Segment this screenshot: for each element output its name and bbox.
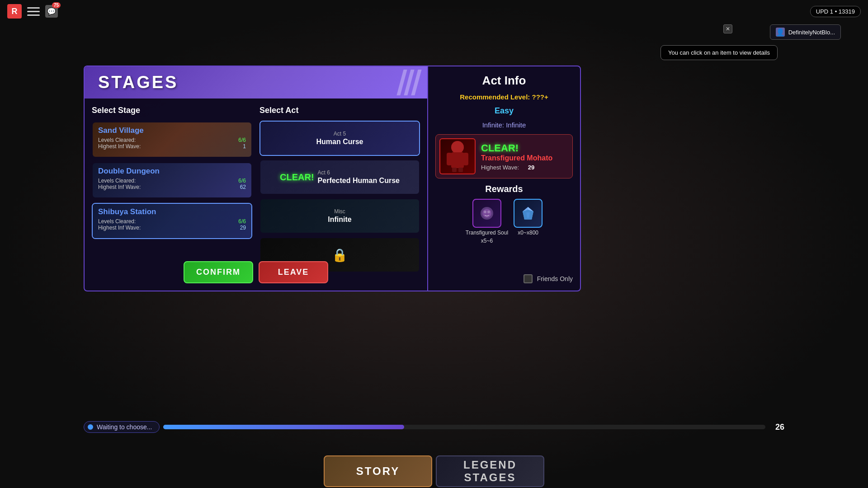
enemy-name: Transfigured Mohato [481, 154, 569, 162]
stage-item-sand-village[interactable]: Sand Village Levels Cleared: 6/6 Highest… [92, 122, 252, 158]
hamburger-button[interactable] [27, 5, 40, 18]
act-5-number: Act 5 [334, 131, 346, 137]
enemy-silhouette [444, 141, 471, 172]
stage-item-double-dungeon[interactable]: Double Dungeon Levels Cleared: 6/6 Highe… [92, 162, 252, 198]
act-item-misc[interactable]: Misc Infinite [259, 198, 420, 234]
highest-wave-dungeon: 62 [240, 184, 246, 190]
svg-rect-1 [451, 152, 464, 168]
top-bar: R 💬 75 UPD 1 • 13319 [0, 0, 868, 23]
close-button[interactable]: ✕ [723, 24, 732, 33]
act-6-text: Act 6 Perfected Human Curse [318, 169, 400, 185]
act-item-locked[interactable]: 🔒 [259, 237, 420, 272]
stage-content-shibuya: Shibuya Station Levels Cleared: 6/6 High… [93, 204, 251, 235]
top-right-controls: UPD 1 • 13319 [810, 6, 861, 17]
story-tab-button[interactable]: STORY [324, 455, 432, 487]
user-icon: 👤 [776, 28, 785, 37]
highest-wave-label-shibuya: Highest Inf Wave: [98, 225, 141, 231]
chat-button[interactable]: 💬 75 [45, 5, 58, 18]
stage-content-sand: Sand Village Levels Cleared: 6/6 Highest… [93, 122, 251, 153]
act-info-type: Infinite: Infinite [435, 121, 573, 129]
enemy-row: CLEAR! Transfigured Mohato Highest Wave:… [435, 134, 573, 178]
levels-cleared-dungeon: 6/6 [238, 178, 246, 184]
stage-stat-sand-levels: Levels Cleared: 6/6 [98, 137, 246, 143]
svg-point-8 [484, 211, 486, 213]
progress-bar-container [163, 425, 765, 429]
act-list-column: Select Act Act 5 Human Curse CLEAR! [259, 106, 420, 279]
reward-icon-gem [514, 199, 542, 228]
highest-wave-sand: 1 [243, 143, 246, 150]
stage-item-shibuya[interactable]: Shibuya Station Levels Cleared: 6/6 High… [92, 203, 252, 239]
act-info-panel: Act Info Recommended Level: ???+ Easy In… [427, 66, 581, 291]
act-misc-number: Misc [334, 208, 345, 215]
act-item-6[interactable]: CLEAR! Act 6 Perfected Human Curse [259, 160, 420, 195]
act-info-recommended: Recommended Level: ???+ [435, 93, 573, 101]
levels-cleared-sand: 6/6 [238, 137, 246, 143]
svg-point-0 [451, 141, 464, 154]
select-act-label: Select Act [259, 106, 420, 115]
act-content-5: Act 5 Human Curse [260, 122, 419, 155]
top-left-controls: R 💬 75 [7, 4, 58, 19]
stage-content-dungeon: Double Dungeon Levels Cleared: 6/6 Highe… [93, 163, 251, 194]
bottom-tabs: STORY LEGEND STAGES [324, 455, 544, 487]
username: DefinitelyNotBlo... [788, 29, 835, 36]
stage-stat-dungeon-levels: Levels Cleared: 6/6 [98, 178, 246, 184]
waiting-text: Waiting to choose... [97, 423, 152, 431]
stage-name-sand: Sand Village [98, 126, 246, 135]
progress-number: 26 [771, 422, 784, 432]
act-content-locked: 🔒 [260, 238, 419, 272]
highest-wave-label-sand: Highest Inf Wave: [98, 143, 141, 150]
highest-wave-label-info: Highest Wave: [481, 164, 519, 171]
act-misc-name: Infinite [328, 216, 351, 224]
rewards-section: Rewards Transfigured Soul [435, 184, 573, 269]
upd-badge: UPD 1 • 13319 [810, 6, 861, 17]
stage-stat-shibuya-levels: Levels Cleared: 6/6 [98, 218, 246, 225]
stage-name-dungeon: Double Dungeon [98, 167, 246, 176]
confirm-button[interactable]: CONFIRM [184, 261, 253, 283]
reward-soul-label: Transfigured Soul [466, 230, 508, 236]
bottom-bar: Waiting to choose... 26 [84, 418, 784, 436]
svg-rect-4 [452, 168, 457, 172]
act-info-title: Act Info [435, 74, 573, 88]
stages-header: STAGES [85, 66, 427, 99]
select-stage-label: Select Stage [92, 106, 252, 115]
enemy-details: CLEAR! Transfigured Mohato Highest Wave:… [481, 142, 569, 171]
levels-cleared-shibuya: 6/6 [238, 218, 246, 225]
reward-item-soul: Transfigured Soul x5~6 [466, 199, 508, 244]
stage-stat-sand-wave: Highest Inf Wave: 1 [98, 143, 246, 150]
enemy-wave: Highest Wave: 29 [481, 164, 569, 171]
reward-item-gem: x0~x800 [514, 199, 542, 244]
act-5-name: Human Curse [316, 138, 363, 146]
act-6-name: Perfected Human Curse [318, 177, 400, 185]
highest-wave-num-info: 29 [528, 164, 534, 171]
levels-cleared-label-dungeon: Levels Cleared: [98, 178, 136, 184]
stage-stat-shibuya-wave: Highest Inf Wave: 29 [98, 225, 246, 231]
waiting-dot [88, 424, 93, 430]
levels-cleared-label-sand: Levels Cleared: [98, 137, 136, 143]
legend-stages-tab-button[interactable]: LEGEND STAGES [436, 455, 544, 487]
levels-cleared-label-shibuya: Levels Cleared: [98, 218, 136, 225]
friends-only-toggle[interactable] [524, 274, 533, 283]
act-item-5[interactable]: Act 5 Human Curse [259, 121, 420, 156]
progress-bar-fill [163, 425, 404, 429]
highest-wave-shibuya: 29 [240, 225, 246, 231]
act-6-number: Act 6 [318, 169, 400, 176]
stage-stat-dungeon-wave: Highest Inf Wave: 62 [98, 184, 246, 190]
rewards-grid: Transfigured Soul x5~6 [435, 199, 573, 244]
act-content-6: CLEAR! Act 6 Perfected Human Curse [260, 160, 419, 194]
reward-soul-count: x5~6 [481, 238, 493, 244]
rewards-title: Rewards [435, 184, 573, 194]
reward-gem-count: x0~x800 [518, 230, 538, 236]
stage-name-shibuya: Shibuya Station [98, 207, 246, 216]
act-6-clear-badge: CLEAR! [280, 172, 314, 183]
soul-icon-svg [479, 205, 495, 221]
stages-header-decoration [400, 66, 418, 99]
waiting-pill: Waiting to choose... [84, 421, 160, 433]
svg-point-7 [482, 209, 491, 218]
stages-title: STAGES [98, 73, 414, 92]
enemy-portrait [439, 138, 476, 174]
gem-icon-svg [520, 205, 536, 221]
act-6-row: CLEAR! Act 6 Perfected Human Curse [280, 169, 400, 185]
highest-wave-label-dungeon: Highest Inf Wave: [98, 184, 141, 190]
tooltip-box: You can click on an item to view details [660, 45, 778, 60]
lock-icon: 🔒 [332, 248, 348, 263]
